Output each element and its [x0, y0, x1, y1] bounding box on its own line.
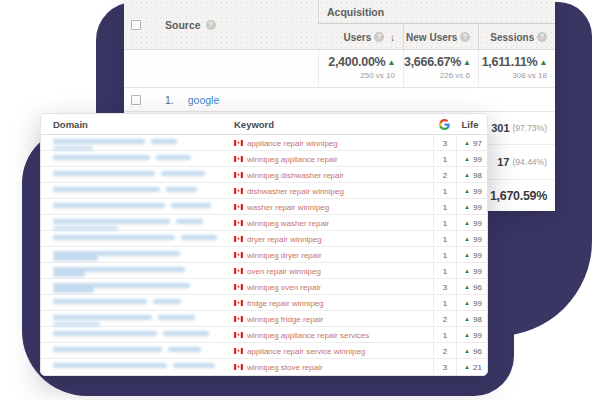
acquisition-section-header: Acquisition	[319, 0, 555, 18]
google-rank-value: 3	[433, 135, 456, 151]
keyword-table-row[interactable]: fridge repair winnipeg 1 ▲ 99	[41, 295, 487, 311]
keyword-text[interactable]: winnipeg appliance repair services	[247, 331, 369, 340]
domain-redacted	[53, 171, 223, 176]
canada-flag-icon	[234, 220, 243, 226]
canada-flag-icon	[234, 172, 243, 178]
keyword-text[interactable]: fridge repair winnipeg	[247, 299, 324, 308]
help-icon[interactable]: ?	[537, 32, 547, 42]
keyword-text[interactable]: dryer repair winnipeg	[247, 235, 322, 244]
google-logo-icon	[433, 118, 456, 130]
source-column-header[interactable]: Source	[165, 19, 201, 31]
keyword-table-row[interactable]: winnipeg appliance repair services 1 ▲ 9…	[41, 327, 487, 343]
domain-redacted	[53, 203, 223, 208]
life-column-header: Life	[456, 119, 484, 130]
row-checkbox[interactable]	[131, 95, 141, 105]
source-link-google[interactable]: google	[188, 94, 220, 106]
domain-redacted	[53, 331, 223, 336]
rank-up-arrow-icon: ▲	[464, 252, 470, 258]
keyword-table-row[interactable]: dishwasher repair winnipeg 1 ▲ 99	[41, 183, 487, 199]
keyword-rows: appliance repair winnipeg 3 ▲ 97 winnipe…	[41, 135, 487, 375]
rank-up-arrow-icon: ▲	[464, 268, 470, 274]
source-row-google[interactable]: 1. google	[124, 88, 555, 112]
life-rank-value: 98	[473, 171, 482, 180]
keyword-text[interactable]: winnipeg oven repair	[247, 283, 321, 292]
domain-redacted	[53, 283, 223, 293]
rank-up-arrow-icon: ▲	[464, 284, 470, 290]
rank-up-arrow-icon: ▲	[464, 316, 470, 322]
sort-descending-icon[interactable]: ↓	[390, 32, 395, 43]
keyword-table-row[interactable]: washer repair winnipeg 1 ▲ 99	[41, 199, 487, 215]
rank-up-arrow-icon: ▲	[464, 172, 470, 178]
keyword-table-row[interactable]: oven repair winnipeg 1 ▲ 99	[41, 263, 487, 279]
google-rank-value: 1	[433, 215, 456, 231]
keyword-table-row[interactable]: appliance repair service winnipeg 2 ▲ 96	[41, 343, 487, 359]
rank-up-arrow-icon: ▲	[464, 220, 470, 226]
sessions-summary-cell: 1,611.11%▲ 308 vs 18	[478, 50, 555, 88]
canada-flag-icon	[234, 188, 243, 194]
users-column-header[interactable]: Users ? ↓	[318, 24, 403, 50]
select-all-checkbox[interactable]	[131, 20, 141, 30]
rank-up-arrow-icon: ▲	[464, 204, 470, 210]
rank-up-arrow-icon: ▲	[464, 188, 470, 194]
keyword-text[interactable]: appliance repair winnipeg	[247, 139, 338, 148]
domain-redacted	[53, 187, 223, 192]
help-icon[interactable]: ?	[374, 32, 384, 42]
keyword-table-row[interactable]: winnipeg washer repair 1 ▲ 99	[41, 215, 487, 231]
keyword-text[interactable]: appliance repair service winnipeg	[247, 347, 365, 356]
keyword-text[interactable]: winnipeg dryer repair	[247, 251, 322, 260]
keyword-table-row[interactable]: winnipeg fridge repair 2 ▲ 98	[41, 311, 487, 327]
source-header-cell: Source ?	[124, 0, 318, 50]
life-rank-value: 99	[473, 187, 482, 196]
help-icon[interactable]: ?	[460, 32, 470, 42]
rank-up-arrow-icon: ▲	[464, 300, 470, 306]
help-icon[interactable]: ?	[206, 20, 216, 30]
life-rank-value: 99	[473, 251, 482, 260]
new-users-summary-cell: 3,666.67%▲ 226 vs 6	[403, 50, 478, 88]
keyword-table-row[interactable]: dryer repair winnipeg 1 ▲ 99	[41, 231, 487, 247]
domain-redacted	[53, 155, 223, 160]
canada-flag-icon	[234, 204, 243, 210]
canada-flag-icon	[234, 284, 243, 290]
rank-up-arrow-icon: ▲	[464, 156, 470, 162]
increase-arrow-icon: ▲	[463, 58, 471, 67]
keyword-text[interactable]: winnipeg appliance repair	[247, 155, 338, 164]
keyword-text[interactable]: winnipeg dishwasher repair	[247, 171, 344, 180]
row-index: 1.	[165, 94, 174, 106]
life-rank-value: 99	[473, 155, 482, 164]
life-rank-value: 97	[473, 139, 482, 148]
google-rank-value: 1	[433, 183, 456, 199]
rank-up-arrow-icon: ▲	[464, 332, 470, 338]
keyword-table-row[interactable]: winnipeg dishwasher repair 2 ▲ 98	[41, 167, 487, 183]
summary-row: 2,400.00%▲ 250 vs 10 3,666.67%▲ 226 vs 6…	[124, 50, 555, 88]
new-users-column-header[interactable]: New Users ?	[403, 24, 478, 50]
life-rank-value: 99	[473, 299, 482, 308]
domain-redacted	[53, 267, 223, 277]
canada-flag-icon	[234, 332, 243, 338]
keyword-table-row[interactable]: winnipeg oven repair 3 ▲ 96	[41, 279, 487, 295]
keyword-table-row[interactable]: appliance repair winnipeg 3 ▲ 97	[41, 135, 487, 151]
keyword-text[interactable]: winnipeg fridge repair	[247, 315, 324, 324]
keyword-text[interactable]: winnipeg stove repair	[247, 363, 323, 372]
rank-up-arrow-icon: ▲	[464, 364, 470, 370]
keyword-table-row[interactable]: winnipeg dryer repair 1 ▲ 99	[41, 247, 487, 263]
canada-flag-icon	[234, 252, 243, 258]
google-rank-value: 1	[433, 247, 456, 263]
keyword-table-row[interactable]: winnipeg stove repair 3 ▲ 21	[41, 359, 487, 375]
increase-arrow-icon: ▲	[539, 58, 547, 67]
google-rank-value: 2	[433, 311, 456, 327]
keyword-text[interactable]: dishwasher repair winnipeg	[247, 187, 344, 196]
keyword-table-row[interactable]: winnipeg appliance repair 1 ▲ 99	[41, 151, 487, 167]
keyword-text[interactable]: washer repair winnipeg	[247, 203, 329, 212]
google-rank-value: 1	[433, 199, 456, 215]
sessions-column-header[interactable]: Sessions ?	[478, 24, 555, 50]
life-rank-value: 96	[473, 347, 482, 356]
keyword-text[interactable]: oven repair winnipeg	[247, 267, 321, 276]
keyword-text[interactable]: winnipeg washer repair	[247, 219, 329, 228]
google-rank-value: 1	[433, 151, 456, 167]
domain-redacted	[53, 235, 223, 240]
life-rank-value: 99	[473, 219, 482, 228]
domain-column-header: Domain	[53, 119, 88, 130]
life-rank-value: 99	[473, 235, 482, 244]
increase-arrow-icon: ▲	[387, 58, 395, 67]
canada-flag-icon	[234, 268, 243, 274]
